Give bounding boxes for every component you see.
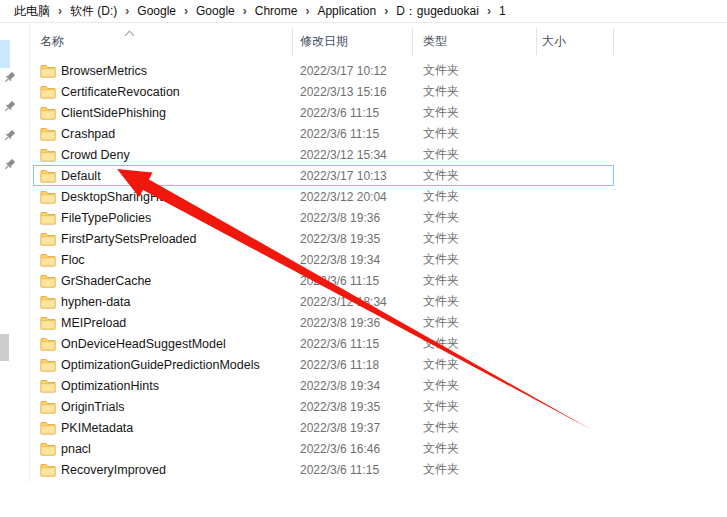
file-name: MEIPreload (33, 315, 293, 330)
file-type: 文件夹 (413, 293, 537, 310)
folder-icon (40, 462, 56, 477)
column-header-name-label: 名称 (40, 33, 64, 50)
breadcrumb: 此电脑›软件 (D:)›Google›Google›Chrome›Applica… (0, 0, 727, 23)
file-row[interactable]: FirstPartySetsPreloaded2022/3/8 19:35文件夹 (33, 228, 614, 249)
column-header-size[interactable]: 大小 (537, 28, 614, 55)
file-row[interactable]: BrowserMetrics2022/3/17 10:12文件夹 (33, 60, 614, 81)
file-name-label: Crashpad (61, 127, 115, 141)
breadcrumb-item[interactable]: D：gugeduokai (389, 3, 486, 20)
file-type: 文件夹 (413, 398, 537, 415)
file-date-modified: 2022/3/8 19:34 (293, 253, 413, 267)
folder-icon (40, 231, 56, 246)
file-row[interactable]: pnacl2022/3/6 16:46文件夹 (33, 438, 614, 459)
file-date-modified: 2022/3/6 11:15 (293, 337, 413, 351)
pin-icon[interactable] (3, 157, 16, 170)
file-row[interactable]: OriginTrials2022/3/8 19:35文件夹 (33, 396, 614, 417)
file-row[interactable]: OnDeviceHeadSuggestModel2022/3/6 11:15文件… (33, 333, 614, 354)
file-type: 文件夹 (413, 356, 537, 373)
file-row[interactable]: FileTypePolicies2022/3/8 19:36文件夹 (33, 207, 614, 228)
file-date-modified: 2022/3/6 11:15 (293, 106, 413, 120)
file-type: 文件夹 (413, 104, 537, 121)
file-name: FileTypePolicies (33, 210, 293, 225)
breadcrumb-item[interactable]: Google (130, 4, 183, 18)
file-type: 文件夹 (413, 440, 537, 457)
file-name-label: hyphen-data (61, 295, 131, 309)
column-header-type[interactable]: 类型 (413, 28, 537, 55)
breadcrumb-item[interactable]: Google (189, 4, 242, 18)
folder-icon (40, 210, 56, 225)
file-name-label: ClientSidePhishing (61, 106, 166, 120)
file-name: hyphen-data (33, 294, 293, 309)
file-name: RecoveryImproved (33, 462, 293, 477)
file-type: 文件夹 (413, 461, 537, 478)
folder-icon (40, 420, 56, 435)
breadcrumb-item[interactable]: 此电脑 (7, 3, 57, 20)
folder-icon (40, 84, 56, 99)
file-name: DesktopSharingHub (33, 189, 293, 204)
file-name-label: MEIPreload (61, 316, 126, 330)
breadcrumb-separator-icon: › (124, 3, 130, 18)
file-row[interactable]: PKIMetadata2022/3/8 19:37文件夹 (33, 417, 614, 438)
file-date-modified: 2022/3/8 19:36 (293, 211, 413, 225)
file-name-label: Floc (61, 253, 85, 267)
file-name-label: OptimizationGuidePredictionModels (61, 358, 260, 372)
file-row[interactable]: hyphen-data2022/3/12 18:34文件夹 (33, 291, 614, 312)
file-name-label: pnacl (61, 442, 91, 456)
file-name: OptimizationHints (33, 378, 293, 393)
file-name-label: OptimizationHints (61, 379, 159, 393)
file-date-modified: 2022/3/8 19:37 (293, 421, 413, 435)
file-name-label: Crowd Deny (61, 148, 130, 162)
file-name-label: BrowserMetrics (61, 64, 147, 78)
column-header-name[interactable]: 名称 (33, 28, 293, 55)
file-row[interactable]: OptimizationGuidePredictionModels2022/3/… (33, 354, 614, 375)
file-date-modified: 2022/3/6 11:15 (293, 463, 413, 477)
nav-selected-item-fragment[interactable] (0, 40, 10, 68)
column-header-date-modified[interactable]: 修改日期 (293, 28, 413, 55)
folder-icon (40, 63, 56, 78)
file-type: 文件夹 (413, 188, 537, 205)
breadcrumb-separator-icon: › (242, 3, 248, 18)
column-header-size-label: 大小 (542, 33, 566, 50)
file-row[interactable]: RecoveryImproved2022/3/6 11:15文件夹 (33, 459, 614, 480)
file-name-label: RecoveryImproved (61, 463, 166, 477)
breadcrumb-item[interactable]: Application (310, 4, 383, 18)
file-name: Floc (33, 252, 293, 267)
breadcrumb-item[interactable]: Chrome (248, 4, 305, 18)
file-row-selected[interactable]: Default2022/3/17 10:13文件夹 (33, 165, 614, 186)
folder-icon (40, 399, 56, 414)
file-row[interactable]: DesktopSharingHub2022/3/12 20:04文件夹 (33, 186, 614, 207)
file-name-label: GrShaderCache (61, 274, 151, 288)
folder-icon (40, 126, 56, 141)
file-type: 文件夹 (413, 230, 537, 247)
file-row[interactable]: MEIPreload2022/3/8 19:36文件夹 (33, 312, 614, 333)
file-row[interactable]: CertificateRevocation2022/3/13 15:16文件夹 (33, 81, 614, 102)
breadcrumb-item[interactable]: 软件 (D:) (63, 3, 124, 20)
file-date-modified: 2022/3/17 10:12 (293, 64, 413, 78)
file-row[interactable]: OptimizationHints2022/3/8 19:34文件夹 (33, 375, 614, 396)
file-type: 文件夹 (413, 167, 537, 184)
file-date-modified: 2022/3/8 19:36 (293, 316, 413, 330)
breadcrumb-item[interactable]: 1 (492, 4, 513, 18)
sort-ascending-icon (125, 31, 135, 41)
file-type: 文件夹 (413, 419, 537, 436)
file-type: 文件夹 (413, 335, 537, 352)
file-name: OriginTrials (33, 399, 293, 414)
pin-icon[interactable] (3, 70, 16, 83)
file-date-modified: 2022/3/12 20:04 (293, 190, 413, 204)
file-row[interactable]: ClientSidePhishing2022/3/6 11:15文件夹 (33, 102, 614, 123)
list-header: 名称 修改日期 类型 大小 (33, 28, 614, 55)
nav-scrollbar-thumb[interactable] (0, 334, 9, 361)
folder-icon (40, 273, 56, 288)
file-type: 文件夹 (413, 83, 537, 100)
folder-icon (40, 294, 56, 309)
file-row[interactable]: GrShaderCache2022/3/6 11:15文件夹 (33, 270, 614, 291)
nav-pane-divider (29, 24, 30, 482)
breadcrumb-separator-icon: › (486, 3, 492, 18)
pin-icon[interactable] (3, 128, 16, 141)
file-row[interactable]: Crashpad2022/3/6 11:15文件夹 (33, 123, 614, 144)
file-type: 文件夹 (413, 146, 537, 163)
file-row[interactable]: Crowd Deny2022/3/12 15:34文件夹 (33, 144, 614, 165)
file-row[interactable]: Floc2022/3/8 19:34文件夹 (33, 249, 614, 270)
file-name: PKIMetadata (33, 420, 293, 435)
pin-icon[interactable] (3, 99, 16, 112)
